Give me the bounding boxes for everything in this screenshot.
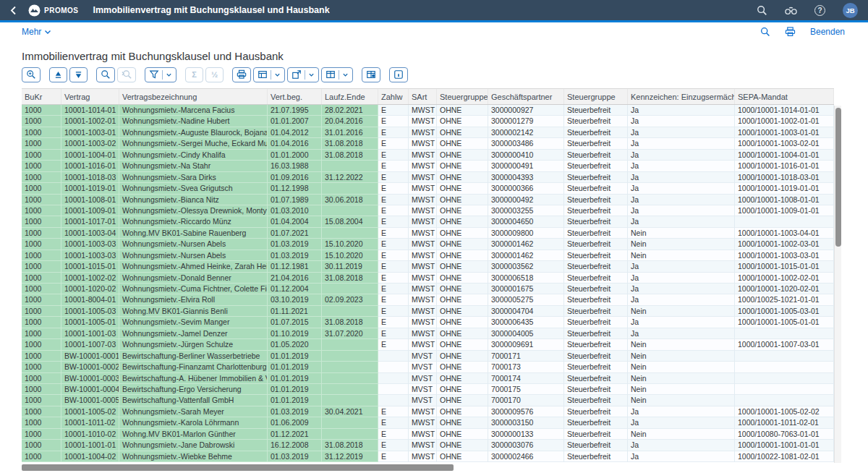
table-row[interactable]: 100010001-1019-01Wohnungsmietv.-Svea Gri… bbox=[22, 183, 834, 194]
vertical-scrollbar-thumb[interactable] bbox=[835, 108, 841, 247]
column-header[interactable]: Zahlw bbox=[378, 89, 409, 104]
chevron-down-icon[interactable] bbox=[342, 72, 349, 78]
table-row[interactable]: 100010001-1001-01Wohnungsmietv.-Jane Dab… bbox=[22, 440, 834, 451]
search-icon[interactable] bbox=[760, 27, 770, 37]
table-row[interactable]: 1000BW-10001-0004Bewirtschaftung-Ergo Ve… bbox=[22, 384, 834, 395]
table-row[interactable]: 100010001-1003-03Wohnungsmietv.-Nursen A… bbox=[22, 239, 834, 250]
table-row[interactable]: 100010001-1017-01Wohnungsmietv.-Riccardo… bbox=[22, 216, 834, 227]
table-row[interactable]: 100010001-1003-03Wohnungsmietv.-Nursen A… bbox=[22, 250, 834, 261]
table-row[interactable]: 100010001-1004-01Wohnungsmietv.-Cindy Kh… bbox=[22, 150, 834, 161]
chevron-down-icon[interactable] bbox=[166, 72, 172, 78]
table-row[interactable]: 1000BW-10001-0005Bewirtschaftung-Vattenf… bbox=[22, 395, 834, 406]
table-row[interactable]: 1000BW-10001-0001Bewirtschaftung-Berline… bbox=[22, 351, 834, 362]
horizontal-scrollbar[interactable] bbox=[22, 464, 841, 472]
table-row[interactable]: 100010001-1003-01Wohnungsmietv.-Auguste … bbox=[22, 127, 834, 138]
promos-logo[interactable]: PROMOS bbox=[28, 4, 78, 17]
choose-layout-button[interactable] bbox=[321, 67, 353, 82]
table-row[interactable]: 100010001-1001-03Wohnungsmietv.-Jamel De… bbox=[22, 328, 834, 339]
table-cell: Steuerbefreit bbox=[564, 195, 628, 205]
filter-button[interactable] bbox=[145, 67, 176, 82]
column-header[interactable]: Geschäftspartner bbox=[488, 89, 564, 104]
table-cell: Nein bbox=[628, 362, 735, 372]
print-icon[interactable] bbox=[785, 27, 796, 37]
table-row[interactable]: 1000BW-10001-0002Bewirtschaftung-Finanza… bbox=[22, 362, 834, 372]
table-row[interactable]: 100010001-1011-02Wohnungsmietv.-Karola L… bbox=[22, 417, 834, 428]
sort-ascending-button[interactable] bbox=[49, 67, 67, 82]
help-icon[interactable]: ? bbox=[814, 5, 825, 16]
table-row[interactable]: 100010001-1020-02Wohnungsmietv.-Cuma Fic… bbox=[22, 284, 834, 294]
manage-layout-button[interactable] bbox=[362, 67, 380, 82]
details-button[interactable] bbox=[22, 67, 41, 82]
table-row[interactable]: 100010001-1003-02Wohnungsmietv.-Sergei M… bbox=[22, 138, 834, 149]
table-cell: MWST bbox=[409, 127, 437, 138]
search-icon[interactable] bbox=[757, 5, 767, 16]
table-cell bbox=[378, 395, 409, 406]
table-cell: 10001-1016-01 bbox=[61, 161, 119, 171]
table-row[interactable]: 100010001-1003-04Wohng.MV BK01-Sabine Ra… bbox=[22, 228, 834, 239]
table-cell: E bbox=[378, 138, 409, 149]
table-cell: 10001-1015-01 bbox=[61, 261, 119, 272]
table-cell: OHNE bbox=[437, 138, 488, 149]
column-header[interactable]: BuKr bbox=[22, 89, 61, 104]
table-row[interactable]: 100010001-1016-01Wohnungsmietv.-Na Stahr… bbox=[22, 161, 834, 171]
table-row[interactable]: 100010001-1015-01Wohnungsmietv.-Ahmed He… bbox=[22, 261, 834, 272]
table-row[interactable]: 100010001-1010-02Wohng.MV BK01-Marlon Gü… bbox=[22, 429, 834, 440]
table-row[interactable]: 100010001-1007-03Wohnungsmietv.-Jürgen S… bbox=[22, 339, 834, 350]
export-button[interactable] bbox=[287, 67, 319, 82]
table-cell: Steuerbefreit bbox=[564, 351, 628, 362]
table-cell: OHNE bbox=[437, 440, 488, 451]
beenden-button[interactable]: Beenden bbox=[810, 27, 845, 37]
horizontal-scrollbar-thumb[interactable] bbox=[22, 464, 454, 471]
print-button[interactable] bbox=[232, 67, 251, 82]
table-row[interactable]: 100010001-1005-02Wohnungsmietv.-Sarah Me… bbox=[22, 406, 834, 417]
column-header[interactable]: Steuergruppe bbox=[437, 89, 488, 104]
table-cell: E bbox=[378, 250, 409, 261]
table-cell: Wohnungsmietv.-Svea Grigutsch bbox=[119, 183, 268, 194]
table-cell bbox=[735, 395, 834, 406]
table-cell: Nein bbox=[628, 306, 735, 317]
table-cell: 16.03.1988 bbox=[268, 161, 322, 171]
column-header[interactable]: SEPA-Mandat bbox=[735, 89, 834, 104]
table-row[interactable]: 100010001-1008-01Wohnungsmietv.-Bianca N… bbox=[22, 195, 834, 205]
back-icon[interactable] bbox=[10, 6, 17, 15]
table-cell: 7000173 bbox=[488, 362, 564, 372]
table-row[interactable]: 100010001-1014-01Wohnungsmietv.-Marcena … bbox=[22, 105, 834, 116]
sigma-icon: Σ bbox=[192, 71, 197, 79]
table-row[interactable]: 100010001-1005-01Wohnungsmietv.-Sevim Ma… bbox=[22, 317, 834, 328]
table-cell: 3000000133 bbox=[488, 429, 564, 440]
table-cell: Nein bbox=[628, 395, 735, 406]
column-header[interactable]: SArt bbox=[409, 89, 437, 104]
table-cell: MWST bbox=[409, 261, 437, 272]
column-header[interactable]: Kennzeichen: Einzugsermächtigung bbox=[628, 89, 735, 104]
table-row[interactable]: 100010001-1002-02Wohnungsmietv.-Donald B… bbox=[22, 273, 834, 284]
table-cell: 3000000366 bbox=[488, 183, 564, 194]
mehr-menu-button[interactable]: Mehr bbox=[22, 27, 51, 37]
table-row[interactable]: 1000BW-10001-0003Bewirtschaftung-A. Hübe… bbox=[22, 373, 834, 384]
column-header[interactable]: Laufz.Ende bbox=[322, 89, 378, 104]
column-header[interactable]: Vertragsbezeichnung bbox=[119, 89, 268, 104]
table-cell: 10001-1005-03 bbox=[61, 306, 119, 317]
column-header[interactable]: Vert.beg. bbox=[268, 89, 322, 104]
table-cell: 1000 bbox=[22, 216, 61, 227]
column-header[interactable]: Vertrag bbox=[61, 89, 119, 104]
chevron-down-icon[interactable] bbox=[308, 72, 315, 78]
table-cell: E bbox=[378, 172, 409, 183]
info-button[interactable] bbox=[389, 67, 408, 82]
table-row[interactable]: 100010001-1018-03Wohnungsmietv.-Sara Dir… bbox=[22, 172, 834, 183]
views-button[interactable] bbox=[253, 67, 285, 82]
avatar[interactable]: JB bbox=[843, 3, 858, 18]
table-row[interactable]: 100010001-1009-01Wohnungsmietv.-Olessya … bbox=[22, 205, 834, 216]
sort-descending-button[interactable] bbox=[69, 67, 88, 82]
table-row[interactable]: 100010001-1004-02Wohnungsmietv.-Wiebke B… bbox=[22, 451, 834, 462]
app-title: Immobilienvertrag mit Buchungsklausel un… bbox=[93, 5, 329, 15]
find-button[interactable] bbox=[96, 67, 115, 82]
table-cell bbox=[378, 351, 409, 362]
table-row[interactable]: 100010001-1005-03Wohng.MV BK01-Giannis B… bbox=[22, 306, 834, 317]
chevron-down-icon[interactable] bbox=[274, 72, 281, 78]
table-cell bbox=[322, 284, 378, 294]
binoculars-icon[interactable] bbox=[785, 5, 797, 15]
table-row[interactable]: 100010001-8004-01Wohnungsmietv.-Elvira R… bbox=[22, 294, 834, 305]
column-header[interactable]: Steuergruppe bbox=[564, 89, 628, 104]
table-row[interactable]: 100010001-1002-01Wohnungsmietv.-Nadine H… bbox=[22, 116, 834, 127]
vertical-scrollbar[interactable] bbox=[834, 106, 841, 463]
